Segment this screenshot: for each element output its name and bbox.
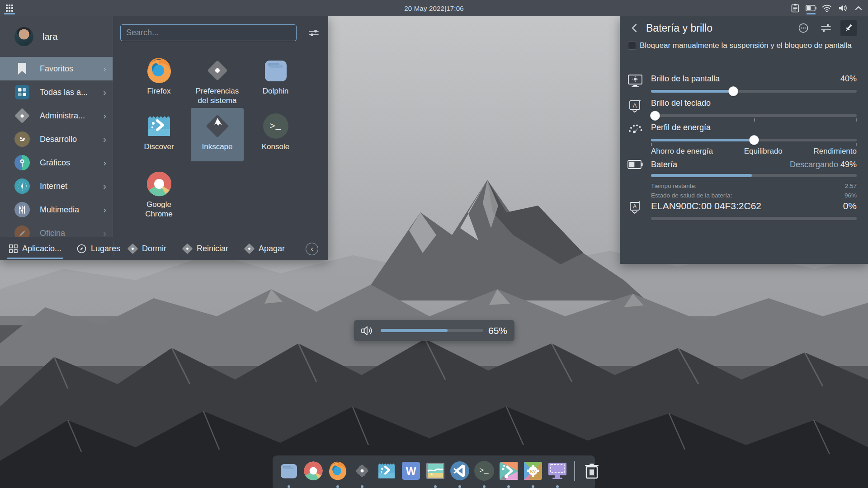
dock-item-gwenview[interactable]	[425, 460, 446, 481]
power-profile-slider[interactable]	[651, 135, 857, 145]
app-tile-dolphin[interactable]: Dolphin	[249, 52, 302, 106]
dock-separator	[574, 461, 575, 481]
app-tile-google-chrome[interactable]: Google Chrome	[132, 166, 185, 219]
clock[interactable]: 20 May 2022|17:06	[0, 5, 868, 12]
firefox-icon	[328, 461, 348, 481]
shutdown-button[interactable]: Apagar	[245, 244, 285, 253]
trash-icon	[584, 463, 599, 479]
sidebar-item-desarrollo[interactable]: Desarrollo ›	[0, 127, 113, 151]
discover-icon	[377, 461, 396, 480]
dolphin-icon	[279, 461, 298, 480]
chevron-right-icon: ›	[103, 64, 106, 73]
profile-option-rendimiento[interactable]: Rendimiento	[814, 147, 857, 156]
bookmark-icon	[14, 61, 30, 76]
peripheral-label: ELAN900C:00 04F3:2C62	[651, 201, 843, 211]
slider-handle[interactable]	[728, 86, 738, 96]
dock-item-firefox[interactable]	[327, 460, 348, 481]
slider-handle[interactable]	[749, 135, 759, 145]
battery-icon[interactable]	[805, 1, 817, 15]
sidebar-item-multimedia[interactable]: Multimedia ›	[0, 198, 113, 221]
sidebar-item-administracion[interactable]: Administra... ›	[0, 104, 113, 127]
peripheral-progressbar	[651, 217, 857, 220]
caret-up-icon[interactable]	[853, 1, 864, 15]
sleep-icon	[127, 243, 138, 254]
sidebar-item-todas-las-aplicaciones[interactable]: Todas las a... ›	[0, 80, 113, 104]
chevron-left-circle-icon[interactable]: ‹	[306, 243, 318, 255]
speaker-icon	[361, 325, 373, 336]
svg-text:A: A	[633, 102, 637, 109]
search-input[interactable]	[120, 24, 297, 41]
chevron-right-icon: ›	[103, 229, 106, 237]
dock-item-trash[interactable]	[581, 460, 602, 481]
monitor-brightness-icon	[626, 74, 644, 88]
spectacle-icon	[547, 462, 567, 480]
configure-sliders-icon[interactable]	[818, 20, 834, 36]
profile-option-equilibrado[interactable]: Equilibrado	[713, 147, 814, 156]
system-tray	[789, 0, 864, 16]
chrome-icon	[145, 169, 174, 198]
sidebar-item-internet[interactable]: Internet ›	[0, 174, 113, 198]
profile-option-ahorro[interactable]: Ahorro de energía	[651, 147, 713, 156]
app-tile-discover[interactable]: Discover	[132, 108, 185, 161]
sidebar-item-favoritos[interactable]: Favoritos ›	[0, 57, 113, 80]
administration-icon	[14, 108, 30, 123]
sidebar-item-oficina[interactable]: Oficina ›	[0, 221, 113, 237]
app-tile-konsole[interactable]: >_ Konsole	[249, 108, 302, 161]
pin-icon[interactable]	[840, 20, 857, 36]
lock-suspend-checkbox[interactable]	[628, 42, 636, 50]
dock-item-dolphin[interactable]	[278, 460, 299, 481]
dock: W >_ KV	[273, 455, 595, 488]
sidebar-item-graficos[interactable]: Gráficos ›	[0, 151, 113, 174]
battery-brightness-panel: Batería y brillo Bloquear manualmente la…	[620, 16, 868, 264]
clipboard-icon[interactable]	[789, 1, 801, 15]
tab-lugares[interactable]: Lugares	[75, 237, 122, 261]
app-tile-firefox[interactable]: Firefox	[132, 52, 185, 106]
keyboard-brightness-icon: A	[626, 99, 644, 114]
peripheral-battery-icon: A	[626, 201, 644, 215]
chevron-right-icon: ›	[103, 158, 106, 167]
launcher-sidebar: lara Favoritos › Todas las a...	[0, 16, 113, 237]
dock-item-system-settings[interactable]	[352, 460, 373, 481]
chevron-right-icon: ›	[103, 111, 106, 120]
dock-item-konsole[interactable]: >_	[474, 460, 495, 481]
avatar	[14, 27, 33, 46]
app-tile-preferencias-del-sistema[interactable]: Preferencias del sistema	[191, 52, 244, 106]
dock-item-vscode[interactable]	[449, 460, 470, 481]
dock-item-word-w-app[interactable]: W	[401, 460, 421, 481]
app-tile-inkscape[interactable]: Inkscape	[191, 108, 244, 161]
dock-item-showfoto[interactable]	[498, 460, 519, 481]
slider-handle[interactable]	[650, 111, 660, 121]
user-row[interactable]: lara	[0, 16, 113, 57]
ellipsis-circle-icon[interactable]	[795, 20, 811, 36]
restart-button[interactable]: Reiniciar	[184, 244, 228, 253]
volume-progressbar	[381, 329, 483, 332]
screen-brightness-label: Brillo de la pantalla	[651, 74, 840, 84]
dolphin-icon	[261, 56, 290, 85]
dock-item-discover[interactable]	[376, 460, 397, 481]
dock-item-kvantum[interactable]: KV	[523, 460, 543, 481]
svg-text:W: W	[406, 465, 416, 477]
graphics-icon	[14, 155, 30, 170]
gwenview-icon	[426, 461, 445, 480]
all-apps-icon	[14, 84, 30, 100]
configure-sliders-icon[interactable]	[307, 26, 321, 40]
back-button[interactable]	[629, 23, 640, 33]
internet-icon	[14, 178, 30, 194]
places-compass-icon	[77, 244, 86, 253]
chevron-right-icon: ›	[103, 135, 106, 144]
tab-aplicaciones[interactable]: Aplicacio...	[7, 237, 63, 261]
keyboard-brightness-slider[interactable]	[651, 111, 857, 121]
screen-brightness-value: 40%	[840, 74, 857, 84]
dock-item-google-chrome[interactable]	[303, 460, 324, 481]
sleep-button[interactable]: Dormir	[129, 244, 166, 253]
application-launcher-popup: lara Favoritos › Todas las a...	[0, 16, 328, 260]
battery-health-value: 96%	[844, 191, 857, 201]
screen-brightness-slider[interactable]	[651, 86, 857, 96]
battery-health-label: Estado de salud de la batería:	[651, 191, 844, 201]
multimedia-icon	[14, 202, 30, 217]
volume-icon[interactable]	[837, 1, 849, 15]
volume-value: 65%	[488, 325, 507, 336]
battery-progressbar	[651, 174, 857, 177]
wifi-icon[interactable]	[821, 1, 833, 15]
dock-item-spectacle[interactable]	[547, 460, 568, 481]
